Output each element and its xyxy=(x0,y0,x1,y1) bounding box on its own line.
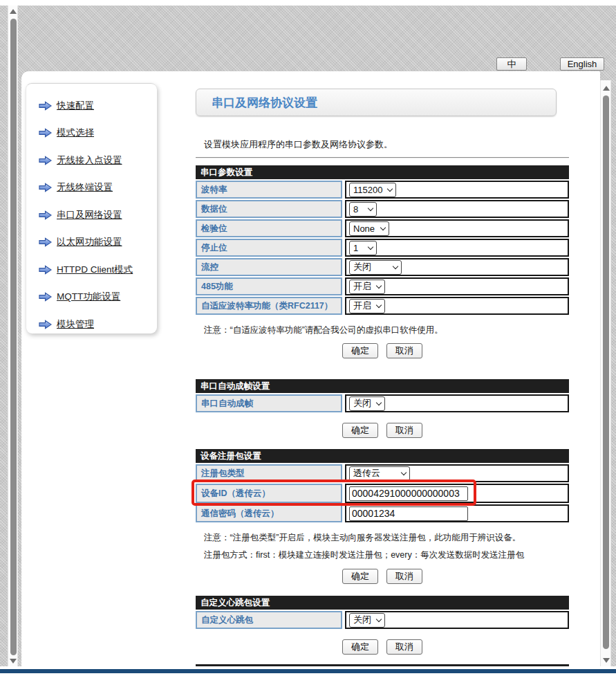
arrow-right-icon xyxy=(39,101,52,111)
main-content: 串口及网络协议设置 设置模块应用程序的串口参数及网络协议参数。 串口参数设置 波… xyxy=(196,71,569,668)
chevron-down-icon xyxy=(401,469,407,475)
sidebar-item-label: 模块管理 xyxy=(57,318,94,331)
row-label: 停止位 xyxy=(201,242,227,254)
data-bits-select[interactable]: 8 xyxy=(349,202,377,217)
heartbeat-select[interactable]: 关闭 xyxy=(349,613,385,628)
arrow-right-icon xyxy=(39,265,52,275)
register-note-2: 注册包方式：first：模块建立连接时发送注册包；every：每次发送数据时发送… xyxy=(204,549,569,560)
table-row: 数据位 8 xyxy=(196,200,569,218)
sidebar-item-label: 无线接入点设置 xyxy=(57,154,122,167)
flow-control-select[interactable]: 关闭 xyxy=(349,260,402,275)
stop-bits-select[interactable]: 1 xyxy=(349,241,377,255)
arrow-right-icon xyxy=(39,210,52,220)
scroll-down-arrow[interactable] xyxy=(10,659,17,664)
sidebar-item-module-mgmt[interactable]: 模块管理 xyxy=(39,311,157,338)
scroll-down-arrow[interactable] xyxy=(603,658,610,663)
chevron-down-icon xyxy=(368,205,373,210)
heartbeat-ok-button[interactable]: 确定 xyxy=(342,639,378,655)
baud-rate-select[interactable]: 115200 xyxy=(349,183,396,197)
sidebar-item-label: 快速配置 xyxy=(57,100,94,112)
table-row: 通信密码（透传云） xyxy=(196,504,569,522)
top-strip xyxy=(0,0,616,6)
serial-cancel-button[interactable]: 取消 xyxy=(386,343,422,358)
row-label: 串口自动成帧 xyxy=(201,398,253,410)
sidebar-item-ap-settings[interactable]: 无线接入点设置 xyxy=(39,147,157,174)
row-label: 自定义心跳包 xyxy=(201,614,253,626)
table-row-device-id: 设备ID（透传云） xyxy=(196,484,569,503)
sidebar-item-label: 串口及网络设置 xyxy=(57,209,122,221)
register-note-1: 注意：“注册包类型”开启后，模块主动向服务器发送注册包，此功能用于辨识设备。 xyxy=(204,532,569,543)
scroll-up-arrow[interactable] xyxy=(10,9,17,14)
parity-select[interactable]: None xyxy=(349,221,389,236)
chevron-down-icon xyxy=(376,302,382,307)
section-header-serial-params: 串口参数设置 xyxy=(196,165,569,179)
sidebar-item-label: 无线终端设置 xyxy=(57,181,113,194)
framing-cancel-button[interactable]: 取消 xyxy=(386,423,422,438)
adaptive-baud-select[interactable]: 开启 xyxy=(349,299,385,313)
serial-note: 注意：“自适应波特率功能”请配合我公司的虚拟串口软件使用。 xyxy=(204,325,569,336)
sidebar-item-mode-select[interactable]: 模式选择 xyxy=(39,120,157,147)
auto-framing-select[interactable]: 关闭 xyxy=(349,396,385,411)
row-label: 流控 xyxy=(201,262,218,273)
sidebar-item-sta-settings[interactable]: 无线终端设置 xyxy=(39,174,157,202)
row-label: 设备ID（透传云） xyxy=(201,488,270,500)
content-panel: 快速配置 模式选择 无线接入点设置 无线终端设置 串口及网络设置 以太网功能设置 xyxy=(21,71,600,668)
table-row: 注册包类型 透传云 xyxy=(196,464,569,482)
scroll-up-arrow[interactable] xyxy=(603,86,610,91)
section-header-heartbeat: 自定义心跳包设置 xyxy=(196,596,569,610)
sidebar-item-quick-config[interactable]: 快速配置 xyxy=(39,92,157,120)
right-scrollbar[interactable] xyxy=(600,80,611,666)
table-row: 485功能 开启 xyxy=(196,277,569,295)
divider xyxy=(196,157,569,158)
chevron-down-icon xyxy=(393,263,398,268)
serial-ok-button[interactable]: 确定 xyxy=(342,343,378,358)
row-label: 通信密码（透传云） xyxy=(201,508,279,520)
heartbeat-cancel-button[interactable]: 取消 xyxy=(386,639,422,655)
english-language-button[interactable]: English xyxy=(560,57,604,71)
chevron-down-icon xyxy=(387,185,393,191)
register-ok-button[interactable]: 确定 xyxy=(342,569,378,584)
table-row: 波特率 115200 xyxy=(196,181,569,199)
framing-ok-button[interactable]: 确定 xyxy=(342,423,378,438)
chevron-down-icon xyxy=(380,224,386,230)
arrow-right-icon xyxy=(39,156,52,165)
rs485-select[interactable]: 开启 xyxy=(349,280,385,294)
table-row: 停止位 1 xyxy=(196,239,569,257)
sidebar-item-label: MQTT功能设置 xyxy=(57,291,120,303)
sidebar-item-serial-network[interactable]: 串口及网络设置 xyxy=(39,201,157,229)
left-scrollbar[interactable] xyxy=(8,6,18,666)
arrow-right-icon xyxy=(39,183,52,192)
register-type-select[interactable]: 透传云 xyxy=(349,466,410,481)
scroll-thumb[interactable] xyxy=(603,95,609,649)
table-row: 流控 关闭 xyxy=(196,258,569,276)
chevron-down-icon xyxy=(376,282,382,288)
arrow-right-icon xyxy=(39,237,52,247)
row-label: 485功能 xyxy=(201,281,233,293)
section-header-auto-framing: 串口自动成帧设置 xyxy=(196,379,569,393)
section-header-register-packet: 设备注册包设置 xyxy=(196,449,569,463)
row-label: 波特率 xyxy=(201,184,227,196)
comm-password-input[interactable] xyxy=(349,506,468,521)
register-cancel-button[interactable]: 取消 xyxy=(386,569,422,584)
sidebar-item-mqtt[interactable]: MQTT功能设置 xyxy=(39,284,157,311)
chinese-language-button[interactable]: 中文 xyxy=(496,57,527,71)
table-row: 检验位 None xyxy=(196,219,569,237)
page-title: 串口及网络协议设置 xyxy=(196,89,557,116)
table-row: 自适应波特率功能（类RFC2117） 开启 xyxy=(196,297,569,315)
sidebar-item-ethernet[interactable]: 以太网功能设置 xyxy=(39,229,157,257)
arrow-right-icon xyxy=(39,128,52,138)
arrow-right-icon xyxy=(39,320,52,329)
chevron-down-icon xyxy=(368,244,373,249)
sidebar: 快速配置 模式选择 无线接入点设置 无线终端设置 串口及网络设置 以太网功能设置 xyxy=(26,83,157,334)
sidebar-item-label: 以太网功能设置 xyxy=(57,236,122,248)
row-label: 数据位 xyxy=(201,203,227,215)
table-row: 自定义心跳包 关闭 xyxy=(196,611,569,629)
device-id-input[interactable] xyxy=(349,486,468,501)
browser-viewport: 中文 English 快速配置 模式选择 无线接入点设置 无线终端设置 xyxy=(0,0,616,676)
sidebar-item-label: 模式选择 xyxy=(57,127,94,139)
chevron-down-icon xyxy=(376,399,382,405)
row-label: 检验位 xyxy=(201,223,227,235)
sidebar-item-httpd-client[interactable]: HTTPD Client模式 xyxy=(39,256,157,284)
scroll-thumb[interactable] xyxy=(10,19,17,655)
row-label: 自适应波特率功能（类RFC2117） xyxy=(201,300,333,312)
